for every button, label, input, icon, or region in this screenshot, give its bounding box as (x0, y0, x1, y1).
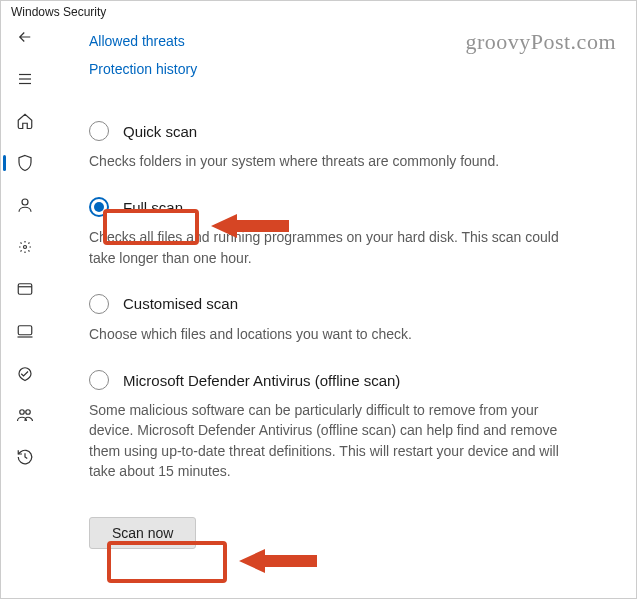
scan-options: Quick scan Checks folders in your system… (89, 121, 616, 549)
watermark: groovyPost.com (465, 29, 616, 55)
shield-icon[interactable] (15, 153, 35, 173)
main-content: Allowed threats Protection history Quick… (49, 21, 636, 596)
custom-scan-desc: Choose which files and locations you wan… (89, 324, 569, 344)
menu-icon[interactable] (15, 69, 35, 89)
firewall-icon[interactable] (15, 237, 35, 257)
svg-point-4 (24, 246, 27, 249)
device-security-icon[interactable] (15, 321, 35, 341)
custom-scan-radio[interactable] (89, 294, 109, 314)
svg-rect-5 (18, 284, 32, 295)
full-scan-option: Full scan Checks all files and running p… (89, 197, 616, 268)
history-icon[interactable] (15, 447, 35, 467)
quick-scan-desc: Checks folders in your system where thre… (89, 151, 569, 171)
offline-scan-radio[interactable] (89, 370, 109, 390)
app-browser-icon[interactable] (15, 279, 35, 299)
svg-point-10 (26, 410, 31, 415)
account-icon[interactable] (15, 195, 35, 215)
custom-scan-option: Customised scan Choose which files and l… (89, 294, 616, 344)
full-scan-radio[interactable] (89, 197, 109, 217)
custom-scan-label: Customised scan (123, 295, 238, 312)
offline-scan-label: Microsoft Defender Antivirus (offline sc… (123, 372, 400, 389)
quick-scan-label: Quick scan (123, 123, 197, 140)
full-scan-desc: Checks all files and running programmes … (89, 227, 569, 268)
svg-point-9 (20, 410, 25, 415)
back-icon[interactable] (15, 27, 35, 47)
full-scan-label: Full scan (123, 199, 183, 216)
protection-history-link[interactable]: Protection history (89, 55, 616, 83)
quick-scan-radio[interactable] (89, 121, 109, 141)
performance-icon[interactable] (15, 363, 35, 383)
family-icon[interactable] (15, 405, 35, 425)
home-icon[interactable] (15, 111, 35, 131)
offline-scan-desc: Some malicious software can be particula… (89, 400, 569, 481)
offline-scan-option: Microsoft Defender Antivirus (offline sc… (89, 370, 616, 481)
svg-point-3 (22, 199, 28, 205)
window-title: Windows Security (1, 1, 636, 21)
sidebar (1, 21, 49, 596)
svg-rect-7 (18, 326, 32, 335)
quick-scan-option: Quick scan Checks folders in your system… (89, 121, 616, 171)
scan-now-button[interactable]: Scan now (89, 517, 196, 549)
